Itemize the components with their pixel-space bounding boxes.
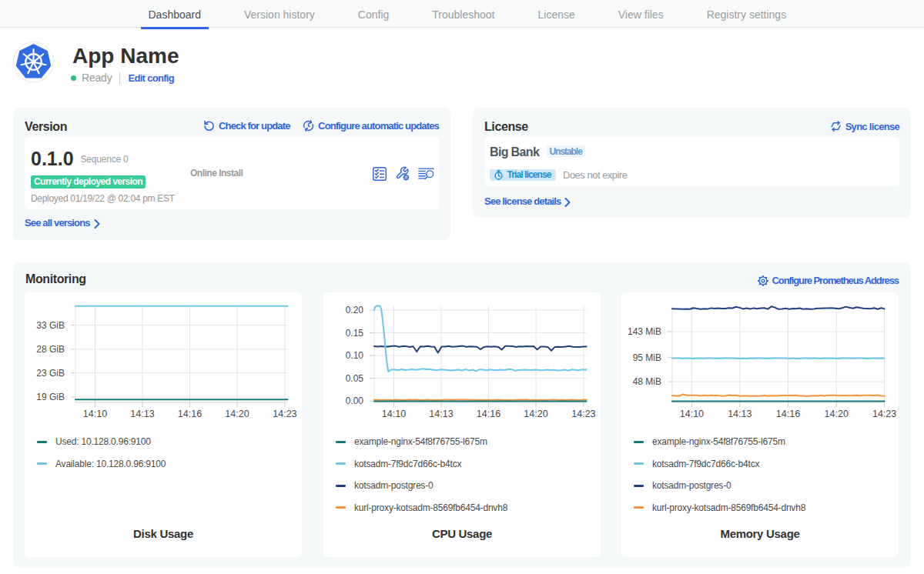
svg-text:14:23: 14:23 — [273, 409, 296, 419]
svg-text:0.15: 0.15 — [346, 328, 364, 339]
svg-text:0.05: 0.05 — [346, 373, 364, 384]
svg-text:14:13: 14:13 — [130, 409, 154, 419]
svg-text:14:13: 14:13 — [429, 409, 453, 419]
svg-text:19 GiB: 19 GiB — [36, 392, 65, 402]
svg-text:14:20: 14:20 — [225, 409, 249, 419]
svg-text:0.10: 0.10 — [346, 350, 364, 361]
svg-text:14:23: 14:23 — [872, 409, 896, 419]
svg-text:14:16: 14:16 — [477, 409, 500, 419]
svg-text:14:10: 14:10 — [382, 409, 406, 419]
svg-text:95 MiB: 95 MiB — [633, 352, 661, 363]
svg-text:33 GiB: 33 GiB — [36, 320, 65, 331]
svg-text:0.20: 0.20 — [346, 305, 364, 315]
svg-text:0.00: 0.00 — [346, 395, 364, 406]
svg-text:143 MiB: 143 MiB — [628, 326, 661, 337]
svg-text:48 MiB: 48 MiB — [633, 376, 661, 387]
svg-text:14:23: 14:23 — [571, 409, 595, 419]
svg-text:14:13: 14:13 — [728, 409, 752, 419]
svg-text:14:16: 14:16 — [178, 409, 202, 419]
svg-text:14:10: 14:10 — [83, 409, 107, 419]
svg-text:14:20: 14:20 — [524, 409, 547, 419]
svg-text:14:20: 14:20 — [825, 409, 849, 419]
svg-text:28 GiB: 28 GiB — [36, 344, 65, 355]
svg-text:14:10: 14:10 — [680, 409, 704, 419]
svg-text:23 GiB: 23 GiB — [36, 368, 65, 379]
svg-text:14:16: 14:16 — [776, 409, 800, 419]
